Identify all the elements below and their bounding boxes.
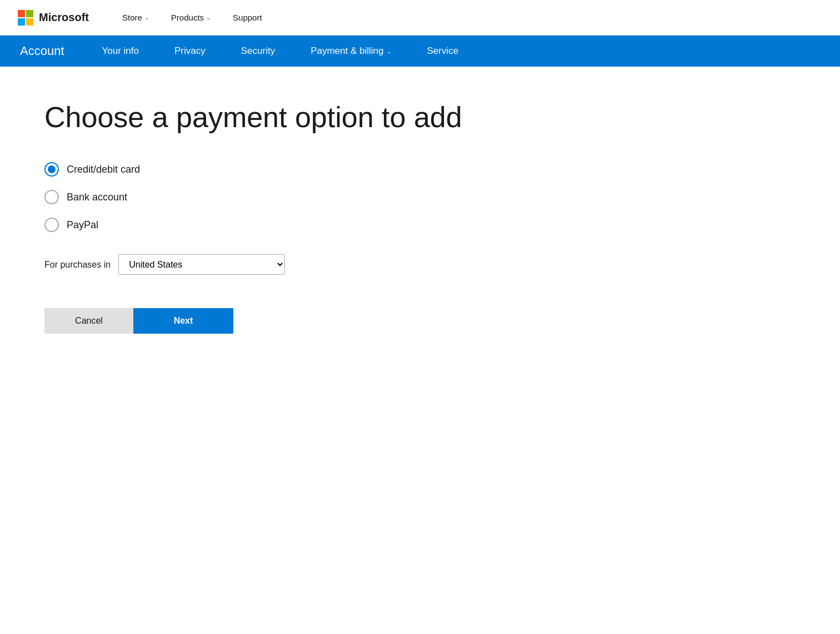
bank-account-radio[interactable] [44,190,59,204]
support-nav-link[interactable]: Support [222,0,273,36]
nav-account[interactable]: Account [0,36,84,67]
button-row: Cancel Next [44,308,622,334]
products-nav-label: Products [171,13,204,22]
bank-account-label: Bank account [67,192,127,203]
cancel-button[interactable]: Cancel [44,308,133,334]
store-nav-link[interactable]: Store ⌄ [111,0,160,36]
main-content: Choose a payment option to add Credit/de… [0,67,667,367]
country-label: For purchases in [44,260,111,270]
support-nav-label: Support [233,13,262,22]
credit-debit-option[interactable]: Credit/debit card [44,162,622,177]
payment-options: Credit/debit card Bank account PayPal [44,162,622,232]
top-navigation: Microsoft Store ⌄ Products ⌄ Support [0,0,840,36]
nav-privacy-label: Privacy [174,46,206,57]
nav-security[interactable]: Security [223,36,293,67]
credit-debit-radio[interactable] [44,162,59,177]
paypal-option[interactable]: PayPal [44,218,622,232]
microsoft-logo-icon [18,10,33,26]
paypal-label: PayPal [67,219,98,231]
paypal-radio[interactable] [44,218,59,232]
nav-privacy[interactable]: Privacy [157,36,223,67]
products-chevron-icon: ⌄ [206,14,211,21]
credit-debit-label: Credit/debit card [67,164,140,175]
country-row: For purchases in United States Canada Un… [44,254,622,275]
logo-text: Microsoft [39,11,89,24]
account-navigation: Account Your info Privacy Security Payme… [0,36,840,67]
nav-security-label: Security [241,46,275,57]
logo-area[interactable]: Microsoft [18,10,89,26]
payment-billing-chevron-icon: ⌄ [387,48,391,54]
next-button[interactable]: Next [133,308,233,334]
nav-service-label: Service [427,46,458,57]
nav-account-label: Account [20,44,64,58]
nav-your-info-label: Your info [102,46,139,57]
store-nav-label: Store [122,13,142,22]
top-nav-links: Store ⌄ Products ⌄ Support [111,0,273,36]
nav-service[interactable]: Service [409,36,476,67]
nav-payment-billing-label: Payment & billing [311,46,383,57]
nav-payment-billing[interactable]: Payment & billing ⌄ [293,36,409,67]
bank-account-option[interactable]: Bank account [44,190,622,204]
store-chevron-icon: ⌄ [144,14,149,21]
country-select[interactable]: United States Canada United Kingdom Aust… [118,254,285,275]
page-title: Choose a payment option to add [44,100,622,134]
nav-your-info[interactable]: Your info [84,36,157,67]
products-nav-link[interactable]: Products ⌄ [160,0,222,36]
